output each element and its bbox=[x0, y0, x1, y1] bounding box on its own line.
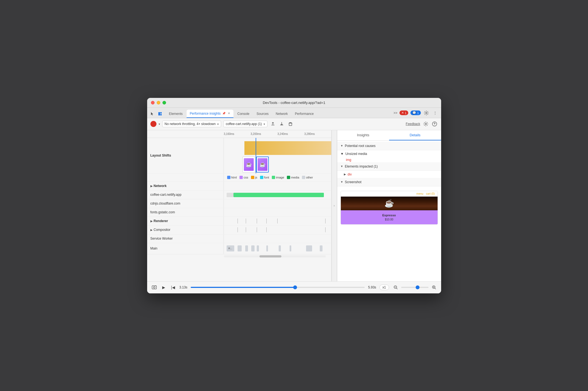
record-button[interactable] bbox=[150, 121, 156, 127]
speed-selector[interactable]: x1 bbox=[379, 285, 389, 290]
legend-dot-font bbox=[260, 176, 263, 179]
svg-rect-10 bbox=[155, 285, 156, 286]
div-link-row: ▶ div bbox=[337, 171, 441, 178]
more-options-icon[interactable]: ⋮ bbox=[432, 110, 438, 116]
fullscreen-button[interactable] bbox=[162, 101, 166, 104]
network-label[interactable]: ▶ Network bbox=[147, 182, 224, 190]
network-fonts-canvas bbox=[224, 208, 331, 217]
zoom-thumb[interactable] bbox=[416, 285, 419, 289]
compositor-row: ▶ Compositor bbox=[147, 226, 331, 234]
scrollbar-track bbox=[224, 255, 326, 257]
tab-close-icon[interactable]: ✕ bbox=[228, 112, 230, 115]
tab-sources[interactable]: Sources bbox=[253, 110, 272, 118]
timeline-scrubber[interactable] bbox=[191, 287, 365, 288]
network-coffecart-canvas bbox=[224, 191, 331, 199]
div-link[interactable]: div bbox=[348, 172, 352, 176]
potential-root-causes-header[interactable]: ▼ Potential root causes bbox=[337, 142, 441, 150]
close-button[interactable] bbox=[151, 101, 155, 104]
service-worker-row: Service Worker bbox=[147, 234, 331, 243]
settings-gear-icon[interactable] bbox=[423, 121, 429, 127]
cursor-icon[interactable] bbox=[150, 111, 155, 116]
download-icon[interactable] bbox=[278, 121, 285, 127]
error-badge: ✕ 1 bbox=[399, 110, 408, 115]
time-label-0: 3,160ms bbox=[224, 132, 251, 135]
svg-rect-4 bbox=[289, 123, 292, 126]
service-worker-label: Service Worker bbox=[147, 234, 224, 243]
throttle-select[interactable]: No network throttling, 4× slowdown ▾ bbox=[162, 121, 221, 127]
scrubber-thumb[interactable] bbox=[293, 285, 297, 289]
legend-dot-js bbox=[251, 176, 254, 179]
div-expand-icon[interactable]: ▶ bbox=[344, 173, 346, 176]
screenshot-header[interactable]: ▼ Screenshot bbox=[337, 178, 441, 186]
zoom-slider[interactable] bbox=[401, 287, 429, 288]
inspector-icon[interactable] bbox=[158, 111, 162, 116]
screenshot-caret: ▼ bbox=[341, 180, 343, 183]
network-cdnjs-label: cdnjs.cloudflare.com bbox=[147, 199, 224, 208]
time-start: 3.13s bbox=[179, 285, 187, 289]
main-block-8 bbox=[306, 245, 312, 251]
horizontal-scrollbar[interactable] bbox=[147, 254, 331, 258]
record-dropdown-arrow[interactable]: ▾ bbox=[159, 123, 160, 126]
tab-insights[interactable]: Insights bbox=[337, 130, 389, 140]
time-end: 5.93s bbox=[368, 285, 376, 289]
zoom-out-icon[interactable] bbox=[392, 284, 399, 291]
renderer-expand-icon[interactable]: ▶ bbox=[150, 220, 153, 223]
zoom-in-icon[interactable] bbox=[431, 284, 437, 291]
unsized-media-header[interactable]: ▼ Unsized media bbox=[337, 150, 441, 157]
elements-impacted-caret: ▼ bbox=[341, 165, 343, 168]
svg-rect-1 bbox=[160, 112, 162, 114]
compositor-expand-icon[interactable]: ▶ bbox=[150, 228, 153, 231]
legend-dot-css bbox=[239, 176, 243, 179]
scrollbar-thumb[interactable] bbox=[259, 255, 281, 257]
settings-icon[interactable] bbox=[423, 110, 430, 116]
network-expand-icon[interactable]: ▶ bbox=[150, 185, 153, 188]
network-wait-bar bbox=[227, 193, 233, 197]
tick-4 bbox=[266, 219, 267, 223]
tab-details[interactable]: Details bbox=[389, 130, 441, 140]
skip-start-button[interactable]: |◀ bbox=[170, 284, 176, 290]
network-row-coffecart: coffee-cart.netlify.app bbox=[147, 191, 331, 199]
tab-performance[interactable]: Performance bbox=[292, 110, 317, 118]
info-badge: 💬 1 bbox=[410, 110, 421, 115]
thumbnail-before: ☕ bbox=[242, 157, 255, 172]
minimize-button[interactable] bbox=[157, 101, 160, 104]
main-block-5 bbox=[266, 245, 268, 251]
time-labels: 3,160ms 3,200ms 3,240ms 3,280ms bbox=[147, 132, 331, 135]
network-cdnjs-canvas bbox=[224, 199, 331, 208]
help-icon[interactable] bbox=[431, 121, 438, 127]
legend-css: css bbox=[239, 176, 248, 179]
panel-resize-handle[interactable]: › bbox=[332, 130, 337, 281]
toolbar: ▾ No network throttling, 4× slowdown ▾ c… bbox=[147, 118, 441, 130]
shift-time-marker bbox=[256, 138, 256, 173]
screenshot-capture-icon[interactable] bbox=[151, 284, 158, 291]
network-coffecart-label: coffee-cart.netlify.app bbox=[147, 191, 224, 199]
network-section-row: ▶ Network bbox=[147, 182, 331, 191]
renderer-section-row: ▶ Renderer bbox=[147, 217, 331, 226]
img-link[interactable]: img bbox=[337, 157, 441, 162]
more-tabs-button[interactable]: >> bbox=[393, 111, 397, 115]
legend-font: font bbox=[260, 176, 269, 179]
renderer-label[interactable]: ▶ Renderer bbox=[147, 217, 224, 225]
upload-icon[interactable] bbox=[270, 121, 276, 127]
delete-icon[interactable] bbox=[287, 121, 294, 127]
compositor-label[interactable]: ▶ Compositor bbox=[147, 226, 224, 234]
pin-icon: 📌 bbox=[222, 112, 226, 115]
screenshot-preview-section: menu cart (0) ☕ Espresso $10.00 bbox=[337, 186, 441, 227]
feedback-link[interactable]: Feedback bbox=[406, 122, 420, 126]
right-panel-content[interactable]: ▼ Potential root causes ▼ Unsized media … bbox=[337, 141, 441, 281]
right-panel: Insights Details ▼ Potential root causes… bbox=[337, 130, 441, 281]
time-label-2: 3,240ms bbox=[278, 132, 304, 135]
elements-impacted-header[interactable]: ▼ Elements impacted (1) bbox=[337, 162, 441, 171]
url-select[interactable]: coffee-cart.netlify.app (1) ▾ bbox=[223, 121, 267, 127]
tab-right-tools: >> ✕ 1 💬 1 ⋮ bbox=[393, 110, 438, 118]
tab-elements[interactable]: Elements bbox=[166, 110, 186, 118]
tab-network[interactable]: Network bbox=[272, 110, 291, 118]
tab-performance-insights[interactable]: Performance insights 📌 ✕ bbox=[187, 110, 234, 118]
shift-gradient-band bbox=[244, 141, 331, 155]
play-button[interactable]: ▶ bbox=[161, 284, 167, 290]
tab-console[interactable]: Console bbox=[234, 110, 253, 118]
screenshot-preview: menu cart (0) ☕ Espresso $10.00 bbox=[341, 191, 438, 225]
main-block-r: R... bbox=[227, 245, 234, 251]
timeline-content[interactable]: Layout Shifts ☕ bbox=[147, 138, 331, 281]
main-block-7 bbox=[290, 245, 291, 251]
